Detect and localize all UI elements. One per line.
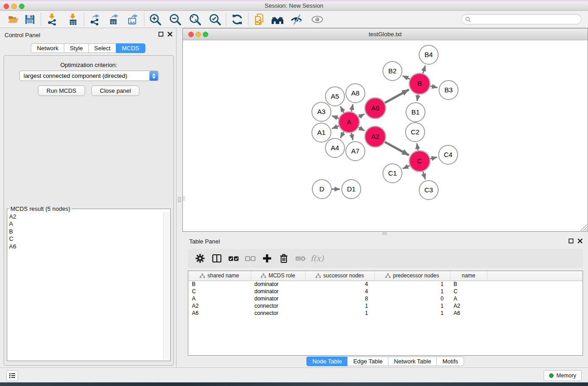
clear-checkboxes-icon[interactable] <box>242 251 258 266</box>
graph-edge-A-A1[interactable] <box>332 126 339 129</box>
table-row[interactable]: Cdominator41C <box>188 288 583 295</box>
tab-select[interactable]: Select <box>88 43 116 53</box>
graph-edge-C-C1[interactable] <box>403 166 410 169</box>
close-panel-button[interactable]: Close panel <box>91 86 140 96</box>
graph-edge-A6-B[interactable] <box>385 90 409 103</box>
zoom-window-button[interactable] <box>19 4 24 9</box>
graph-node-B3[interactable]: B3 <box>439 81 458 100</box>
run-mcds-button[interactable]: Run MCDS <box>38 86 85 96</box>
table-cell[interactable]: C <box>450 288 487 295</box>
table-cell[interactable]: A2 <box>188 302 251 310</box>
graph-edge-C-C2[interactable] <box>417 143 418 151</box>
table-cell[interactable]: dominator <box>251 295 305 302</box>
graph-node-A1[interactable]: A1 <box>312 123 331 142</box>
minimize-network-button[interactable] <box>196 32 201 37</box>
table-cell[interactable]: 4 <box>305 281 374 288</box>
table-cell[interactable]: connector <box>251 302 305 310</box>
graph-edge-C-C4[interactable] <box>430 157 437 158</box>
graph-edge-A-A5[interactable] <box>340 106 344 113</box>
graph-edge-B-B2[interactable] <box>403 76 410 79</box>
minimize-window-button[interactable] <box>11 4 17 9</box>
tab-motifs[interactable]: Motifs <box>436 357 464 366</box>
graph-edge-C-C3[interactable] <box>423 172 425 179</box>
zoom-selected-icon[interactable] <box>207 12 223 27</box>
tab-edge-table[interactable]: Edge Table <box>347 357 388 366</box>
table-cell[interactable]: A6 <box>450 310 487 317</box>
result-list-scrollbar[interactable] <box>163 212 170 360</box>
mcds-result-item[interactable]: A6 <box>9 243 170 250</box>
zoom-in-icon[interactable] <box>148 12 163 27</box>
table-row[interactable]: Adominator80A <box>188 295 583 302</box>
table-cell[interactable]: 1 <box>305 310 374 317</box>
column-header-shared-name[interactable]: shared name <box>188 271 251 281</box>
memory-button[interactable]: Memory <box>544 370 582 381</box>
graph-edge-A-A8[interactable] <box>351 104 353 111</box>
splitter-handle[interactable] <box>178 197 181 202</box>
column-header-name[interactable]: name <box>450 271 487 281</box>
graph-edge-B-B3[interactable] <box>430 86 437 88</box>
close-network-button[interactable] <box>188 32 194 37</box>
table-cell[interactable]: 1 <box>305 302 374 310</box>
column-header-successor-nodes[interactable]: successor nodes <box>305 271 374 281</box>
float-panel-icon[interactable] <box>158 32 163 37</box>
graph-node-D1[interactable]: D1 <box>342 180 361 199</box>
table-cell[interactable]: 1 <box>374 288 450 295</box>
graph-node-B1[interactable]: B1 <box>406 103 425 122</box>
table-cell[interactable]: A2 <box>450 302 487 310</box>
graph-node-B4[interactable]: B4 <box>419 45 438 64</box>
table-cell[interactable]: 1 <box>374 302 450 310</box>
mcds-result-item[interactable]: B <box>9 228 170 235</box>
tab-node-table[interactable]: Node Table <box>306 357 348 366</box>
graph-node-C4[interactable]: C4 <box>439 145 458 164</box>
table-cell[interactable]: B <box>450 281 487 288</box>
graph-node-C3[interactable]: C3 <box>419 181 438 200</box>
refresh-view-icon[interactable] <box>229 12 245 27</box>
graph-node-C2[interactable]: C2 <box>406 123 425 142</box>
network-window-titlebar[interactable]: testGlobe.txt <box>183 29 588 40</box>
graph-node-A4[interactable]: A4 <box>325 138 344 157</box>
graph-edge-A2-C[interactable] <box>385 142 409 155</box>
graph-edge-A-A6[interactable] <box>359 114 364 117</box>
resize-grip-icon[interactable] <box>581 224 587 231</box>
graph-node-A6[interactable]: A6 <box>365 98 386 119</box>
duplicate-network-icon[interactable] <box>252 12 267 27</box>
table-cell[interactable]: A <box>450 295 487 302</box>
network-canvas[interactable]: B4B2BB3A8A5A6A3B1AA1C2A2A4A7C4CC1C3DD1 <box>183 40 588 231</box>
close-panel-icon[interactable] <box>167 32 172 37</box>
table-cell[interactable]: A <box>188 295 251 302</box>
graph-node-A5[interactable]: A5 <box>325 87 344 106</box>
zoom-out-icon[interactable] <box>167 12 183 27</box>
table-cell[interactable]: C <box>188 288 251 295</box>
table-cell[interactable]: 4 <box>305 288 374 295</box>
table-cell[interactable]: dominator <box>251 288 305 295</box>
graph-edge-B-B4[interactable] <box>423 66 425 73</box>
mcds-result-item[interactable]: A2 <box>9 213 170 220</box>
add-column-icon[interactable] <box>258 251 275 266</box>
table-cell[interactable]: B <box>188 281 251 288</box>
table-cell[interactable]: dominator <box>251 281 305 288</box>
select-all-checkboxes-icon[interactable] <box>225 251 242 266</box>
export-image-icon[interactable] <box>125 12 141 27</box>
table-row[interactable]: A2connector11A2 <box>188 302 583 310</box>
search-field[interactable] <box>461 14 582 24</box>
graph-edge-A-A3[interactable] <box>332 116 339 119</box>
graph-node-C[interactable]: C <box>409 151 430 172</box>
hide-panels-eye-icon[interactable] <box>289 12 304 27</box>
mcds-result-item[interactable]: A <box>9 220 170 228</box>
column-header-mcds-role[interactable]: MCDS role <box>251 271 305 281</box>
graph-edge-A-A4[interactable] <box>340 132 344 138</box>
horizontal-splitter-handle[interactable] <box>382 232 387 235</box>
close-window-button[interactable] <box>4 4 9 9</box>
graph-edge-A-A2[interactable] <box>359 128 364 131</box>
float-table-panel-icon[interactable] <box>569 238 574 243</box>
zoom-fit-icon[interactable] <box>187 12 203 27</box>
show-eye-icon[interactable] <box>310 12 325 27</box>
column-header-predecessor-nodes[interactable]: predecessor nodes <box>374 271 450 281</box>
table-row[interactable]: A6connector11A6 <box>188 310 583 317</box>
delete-column-trash-icon[interactable] <box>275 251 292 266</box>
tab-network-table[interactable]: Network Table <box>388 357 437 366</box>
network-graph[interactable]: B4B2BB3A8A5A6A3B1AA1C2A2A4A7C4CC1C3DD1 <box>183 40 588 231</box>
task-history-button[interactable] <box>6 370 18 381</box>
graph-node-B2[interactable]: B2 <box>383 62 402 81</box>
save-session-icon[interactable] <box>22 12 38 27</box>
